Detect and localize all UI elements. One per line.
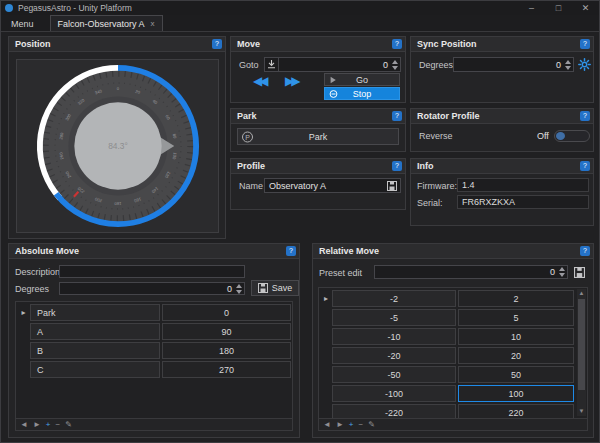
minimize-button[interactable]: – bbox=[518, 1, 545, 15]
panel-title: Move bbox=[237, 39, 392, 49]
relative-neg-cell[interactable]: -10 bbox=[332, 328, 456, 345]
goto-spinner[interactable] bbox=[392, 60, 398, 70]
sync-degrees-spinner[interactable] bbox=[565, 60, 571, 70]
relative-pos-cell-focused[interactable]: 100 bbox=[458, 385, 574, 402]
close-button[interactable]: ✕ bbox=[572, 1, 599, 15]
park-button[interactable]: P Park bbox=[237, 128, 399, 145]
table-row[interactable]: -10 10 bbox=[320, 328, 574, 345]
app-logo-icon bbox=[5, 4, 13, 12]
nav-edit-icon[interactable]: ✎ bbox=[368, 420, 375, 429]
nav-add-icon[interactable]: + bbox=[46, 420, 51, 429]
table-row[interactable]: B 180 bbox=[17, 342, 291, 359]
nav-remove-icon[interactable]: − bbox=[359, 420, 364, 429]
scroll-up-icon[interactable]: ▲ bbox=[577, 289, 586, 298]
record-navigator: ◄ ► + − ✎ bbox=[16, 418, 292, 430]
help-icon[interactable]: ? bbox=[392, 161, 402, 171]
stop-button[interactable]: Stop bbox=[324, 87, 400, 100]
table-row[interactable]: -100 100 bbox=[320, 385, 574, 402]
tab-falcon-observatory[interactable]: Falcon-Observatory A x bbox=[50, 15, 163, 31]
rotator-dial[interactable]: 0204060801001201401601802002202402602803… bbox=[34, 62, 202, 230]
nav-prev-icon[interactable]: ◄ bbox=[20, 420, 28, 429]
table-row[interactable]: -20 20 bbox=[320, 347, 574, 364]
preset-name-cell[interactable]: C bbox=[30, 361, 160, 378]
table-row[interactable]: -50 50 bbox=[320, 366, 574, 383]
help-icon[interactable]: ? bbox=[286, 246, 296, 256]
relative-pos-cell[interactable]: 20 bbox=[458, 347, 574, 364]
preset-value-cell[interactable]: 90 bbox=[162, 323, 291, 340]
relative-neg-cell[interactable]: -2 bbox=[332, 290, 456, 307]
preset-save-icon[interactable] bbox=[574, 267, 585, 278]
relative-move-panel: Relative Move ? Preset edit 0 ▸ -2 2 -5 … bbox=[312, 243, 594, 438]
tab-close-icon[interactable]: x bbox=[151, 19, 155, 28]
relative-pos-cell[interactable]: 5 bbox=[458, 309, 574, 326]
nav-prev-icon[interactable]: ◄ bbox=[323, 420, 331, 429]
record-navigator: ◄ ► + − ✎ bbox=[319, 418, 587, 430]
relative-neg-cell[interactable]: -20 bbox=[332, 347, 456, 364]
relative-presets-table: ▸ -2 2 -5 5 -10 10 -20 20 -50 bbox=[318, 287, 588, 431]
serial-field: FR6RXZKXA bbox=[457, 195, 589, 209]
vertical-scrollbar[interactable]: ▲ ▼ bbox=[577, 289, 586, 416]
maximize-button[interactable]: □ bbox=[545, 1, 572, 15]
table-row[interactable]: -5 5 bbox=[320, 309, 574, 326]
preset-value-cell[interactable]: 270 bbox=[162, 361, 291, 378]
relative-pos-cell[interactable]: 10 bbox=[458, 328, 574, 345]
description-input[interactable] bbox=[59, 265, 245, 278]
abs-degrees-spinner[interactable] bbox=[236, 284, 242, 294]
relative-neg-cell[interactable]: -5 bbox=[332, 309, 456, 326]
fast-left-icon[interactable]: ◀◀ bbox=[253, 74, 265, 88]
profile-save-icon[interactable] bbox=[387, 181, 400, 191]
help-icon[interactable]: ? bbox=[580, 161, 590, 171]
scroll-down-icon[interactable]: ▼ bbox=[577, 407, 586, 416]
nav-next-icon[interactable]: ► bbox=[336, 420, 344, 429]
sync-position-panel: Sync Position ? Degrees 0 bbox=[410, 36, 594, 103]
profile-panel: Profile ? Name Observatory A bbox=[230, 158, 406, 210]
preset-name-cell[interactable]: B bbox=[30, 342, 160, 359]
goto-input[interactable]: 0 bbox=[264, 57, 401, 72]
table-row[interactable]: ▸ Park 0 bbox=[17, 304, 291, 321]
sync-gear-icon[interactable] bbox=[578, 58, 591, 71]
fast-right-icon[interactable]: ▶▶ bbox=[285, 74, 297, 88]
help-icon[interactable]: ? bbox=[580, 111, 590, 121]
help-icon[interactable]: ? bbox=[580, 39, 590, 49]
help-icon[interactable]: ? bbox=[580, 246, 590, 256]
scrollbar-thumb[interactable] bbox=[578, 299, 585, 390]
abs-degrees-label: Degrees bbox=[15, 284, 49, 294]
abs-degrees-input[interactable]: 0 bbox=[59, 282, 245, 295]
profile-name-input[interactable]: Observatory A bbox=[264, 178, 401, 193]
dial-position-value: 84.3° bbox=[108, 141, 128, 151]
record-marker-icon: ▸ bbox=[320, 290, 332, 307]
table-row[interactable]: C 270 bbox=[17, 361, 291, 378]
relative-neg-cell[interactable]: -50 bbox=[332, 366, 456, 383]
go-button[interactable]: Go bbox=[324, 73, 400, 86]
help-icon[interactable]: ? bbox=[392, 39, 402, 49]
preset-name-cell[interactable]: A bbox=[30, 323, 160, 340]
table-row[interactable]: ▸ -2 2 bbox=[320, 290, 574, 307]
goto-target-icon[interactable] bbox=[265, 58, 279, 71]
table-row[interactable]: A 90 bbox=[17, 323, 291, 340]
sync-degrees-input[interactable]: 0 bbox=[453, 57, 574, 72]
go-label: Go bbox=[356, 75, 368, 85]
nav-remove-icon[interactable]: − bbox=[56, 420, 61, 429]
relative-pos-cell[interactable]: 2 bbox=[458, 290, 574, 307]
reverse-toggle[interactable] bbox=[554, 130, 590, 142]
tab-menu[interactable]: Menu bbox=[1, 16, 44, 31]
preset-value-cell[interactable]: 180 bbox=[162, 342, 291, 359]
go-icon bbox=[329, 76, 337, 84]
nav-edit-icon[interactable]: ✎ bbox=[65, 420, 72, 429]
profile-panel-header: Profile ? bbox=[231, 159, 405, 174]
nav-add-icon[interactable]: + bbox=[349, 420, 354, 429]
stop-label: Stop bbox=[353, 89, 372, 99]
preset-name-cell[interactable]: Park bbox=[30, 304, 160, 321]
panel-title: Park bbox=[237, 111, 392, 121]
serial-label: Serial: bbox=[417, 198, 443, 208]
preset-edit-spinner[interactable] bbox=[559, 267, 565, 277]
help-icon[interactable]: ? bbox=[392, 111, 402, 121]
absolute-move-panel: Absolute Move ? Description Degrees 0 Sa… bbox=[8, 243, 300, 438]
relative-neg-cell[interactable]: -100 bbox=[332, 385, 456, 402]
save-button[interactable]: Save bbox=[251, 280, 299, 296]
relative-pos-cell[interactable]: 50 bbox=[458, 366, 574, 383]
preset-edit-input[interactable]: 0 bbox=[374, 265, 568, 279]
preset-value-cell[interactable]: 0 bbox=[162, 304, 291, 321]
help-icon[interactable]: ? bbox=[212, 39, 222, 49]
nav-next-icon[interactable]: ► bbox=[33, 420, 41, 429]
